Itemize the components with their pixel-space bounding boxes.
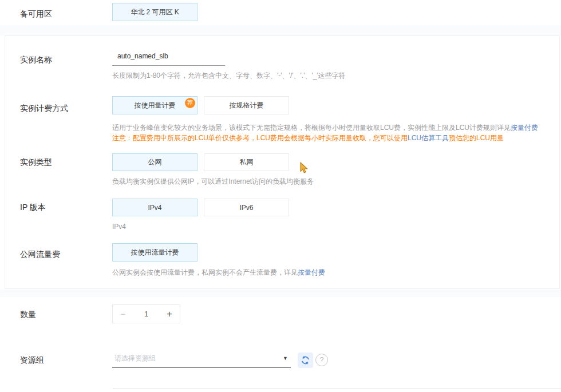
- type-option-public[interactable]: 公网: [112, 153, 197, 171]
- quantity-stepper: − 1 +: [112, 304, 180, 323]
- traffic-fee-option[interactable]: 按使用流量计费: [112, 243, 197, 262]
- billing-option-usage-text: 按使用量计费: [135, 101, 176, 110]
- ip-option-ipv4[interactable]: IPv4: [112, 199, 197, 216]
- billing-notice-end: 预估您的LCU用量: [449, 134, 504, 142]
- plus-button[interactable]: +: [159, 309, 180, 319]
- backup-zone-label: 备可用区: [20, 9, 52, 19]
- billing-notice-text: 注意：配置费用中所展示的LCU单价仅供参考，LCU费用会根据每小时实际用量收取，…: [112, 134, 408, 142]
- ip-version-current: IPv4: [112, 223, 126, 231]
- lcu-estimator-link[interactable]: LCU估算工具: [408, 134, 449, 142]
- billing-description-text: 适用于业务峰值变化较大的业务场景，该模式下无需指定规格，将根据每小时使用量收取L…: [112, 124, 511, 132]
- refresh-icon: [301, 355, 310, 365]
- recommend-badge-icon: 荐: [185, 98, 195, 108]
- billing-description: 适用于业务峰值变化较大的业务场景，该模式下无需指定规格，将根据每小时使用量收取L…: [112, 123, 538, 133]
- traffic-fee-description-text: 公网实例会按使用流量计费，私网实例不会产生流量费，详见: [112, 268, 298, 276]
- instance-name-label: 实例名称: [20, 55, 52, 65]
- resource-group-underline: [112, 367, 291, 368]
- resource-group-select[interactable]: 请选择资源组: [114, 354, 156, 363]
- instance-name-hint: 长度限制为1-80个字符，允许包含中文、字母、数字、'-'、'/'、'.'、'_…: [112, 71, 346, 81]
- ip-version-label: IP 版本: [20, 203, 46, 213]
- billing-method-label: 实例计费方式: [20, 104, 68, 114]
- instance-name-input[interactable]: auto_named_slb: [117, 52, 168, 60]
- billing-notice: 注意：配置费用中所展示的LCU单价仅供参考，LCU费用会根据每小时实际用量收取，…: [112, 133, 504, 143]
- minus-button[interactable]: −: [113, 309, 133, 319]
- pay-as-you-go-link[interactable]: 按量付费: [511, 124, 538, 132]
- billing-option-spec[interactable]: 按规格计费: [204, 96, 289, 114]
- section-gap: [0, 290, 561, 297]
- resource-group-label: 资源组: [20, 355, 44, 366]
- section-gap: [0, 25, 561, 35]
- footer-divider: [113, 389, 561, 389]
- instance-type-description: 负载均衡实例仅提供公网IP，可以通过Internet访问的负载均衡服务: [112, 177, 314, 187]
- mouse-cursor-icon: [299, 162, 309, 175]
- quantity-value[interactable]: 1: [133, 310, 159, 318]
- billing-option-usage[interactable]: 按使用量计费 荐: [112, 96, 197, 114]
- pay-as-you-go-link-2[interactable]: 按量付费: [298, 268, 325, 276]
- traffic-fee-label: 公网流量费: [20, 250, 60, 260]
- zone-option-button[interactable]: 华北 2 可用区 K: [112, 3, 197, 21]
- instance-type-label: 实例类型: [20, 157, 52, 168]
- slb-create-form: 备可用区 华北 2 可用区 K 实例名称 auto_named_slb 长度限制…: [0, 0, 561, 392]
- ip-option-ipv6[interactable]: IPv6: [204, 199, 289, 216]
- quantity-label: 数量: [20, 310, 36, 320]
- help-icon[interactable]: ?: [315, 354, 328, 366]
- type-option-private[interactable]: 私网: [204, 153, 289, 171]
- refresh-button[interactable]: [298, 353, 313, 368]
- traffic-fee-description: 公网实例会按使用流量计费，私网实例不会产生流量费，详见按量付费: [112, 268, 325, 278]
- chevron-down-icon[interactable]: ▼: [283, 355, 288, 361]
- instance-name-underline: [112, 65, 225, 66]
